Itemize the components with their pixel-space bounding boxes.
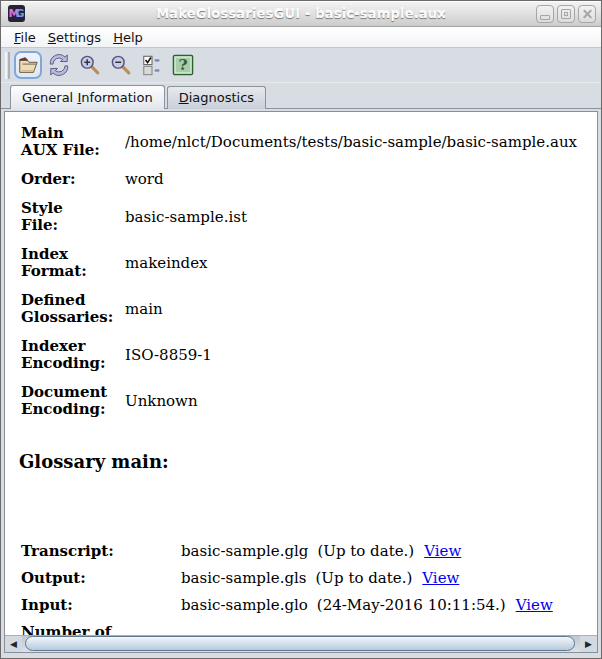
field-value: main: [125, 301, 163, 318]
toolbar: ?: [1, 48, 601, 83]
status-text: (24-May-2016 10:11:54.): [317, 596, 506, 614]
glossary-row-input: Input: basic-sample.glo (24-May-2016 10:…: [21, 596, 591, 614]
app-logo-g: G: [15, 8, 24, 19]
minimize-button[interactable]: [536, 5, 554, 23]
window-title: MakeGlossariesGUI - basic-sample.aux: [1, 6, 601, 21]
zoom-out-icon: [110, 54, 132, 76]
svg-text:?: ?: [178, 55, 187, 74]
info-row-indexer-encoding: Indexer Encoding: ISO-8859-1: [21, 338, 591, 372]
field-label: Document Encoding:: [21, 384, 105, 418]
info-row-defined-glossaries: Defined Glossaries: main: [21, 292, 591, 326]
field-value: /home/nlct/Documents/tests/basic-sample/…: [125, 134, 577, 151]
general-information-panel: Main AUX File: /home/nlct/Documents/test…: [4, 111, 598, 653]
field-value: ISO-8859-1: [125, 347, 212, 364]
scroll-left-button[interactable]: ◀: [5, 636, 22, 652]
tabstrip: General Information Diagnostics: [1, 83, 601, 109]
app-window: M G MakeGlossariesGUI - basic-sample.aux…: [0, 0, 602, 659]
field-label: Input:: [21, 596, 181, 614]
field-label: Indexer Encoding:: [21, 338, 105, 372]
zoom-in-button[interactable]: [76, 51, 104, 79]
glossary-row-entries: Number of Entries: 1 Details: [21, 623, 591, 635]
field-value: basic-sample.ist: [125, 209, 247, 226]
field-label: Order:: [21, 171, 105, 188]
open-folder-icon: [17, 54, 39, 76]
view-transcript-link[interactable]: View: [424, 542, 461, 560]
preferences-icon: [141, 54, 163, 76]
field-value: makeindex: [125, 255, 208, 272]
glossary-main-details: Transcript: basic-sample.glg (Up to date…: [19, 542, 591, 635]
info-row-document-encoding: Document Encoding: Unknown: [21, 384, 591, 418]
zoom-out-button[interactable]: [107, 51, 135, 79]
field-value: basic-sample.gls: [181, 569, 307, 587]
window-bottom-edge: [1, 653, 601, 658]
menubar: File Settings Help: [1, 27, 601, 48]
field-value: word: [125, 171, 164, 188]
status-text: (Up to date.): [317, 542, 414, 560]
field-label: Style File:: [21, 200, 105, 234]
tab-diagnostics[interactable]: Diagnostics: [167, 86, 266, 109]
menu-file[interactable]: File: [8, 29, 42, 46]
view-output-link[interactable]: View: [422, 569, 459, 587]
field-value: basic-sample.glo: [181, 596, 308, 614]
field-label: Index Format:: [21, 246, 105, 280]
info-row-order: Order: word: [21, 171, 591, 188]
glossary-row-transcript: Transcript: basic-sample.glg (Up to date…: [21, 542, 591, 560]
info-row-style-file: Style File: basic-sample.ist: [21, 200, 591, 234]
menu-help[interactable]: Help: [107, 29, 149, 46]
field-label: Defined Glossaries:: [21, 292, 105, 326]
content-viewport: Main AUX File: /home/nlct/Documents/test…: [5, 112, 597, 635]
info-row-main-aux-file: Main AUX File: /home/nlct/Documents/test…: [21, 125, 591, 159]
field-value: basic-sample.glg: [181, 542, 308, 560]
scrollbar-thumb[interactable]: [25, 636, 575, 651]
close-button[interactable]: [578, 5, 596, 23]
menu-settings[interactable]: Settings: [42, 29, 107, 46]
scrollbar-track[interactable]: [22, 636, 580, 652]
horizontal-scrollbar[interactable]: ◀ ▶: [5, 635, 597, 652]
help-icon: ?: [172, 54, 194, 76]
help-button[interactable]: ?: [169, 51, 197, 79]
view-input-link[interactable]: View: [516, 596, 553, 614]
status-text: (Up to date.): [316, 569, 413, 587]
zoom-in-icon: [79, 54, 101, 76]
glossary-main-heading: Glossary main:: [19, 452, 591, 472]
reload-button[interactable]: [45, 51, 73, 79]
glossary-row-output: Output: basic-sample.gls (Up to date.) V…: [21, 569, 591, 587]
field-label: Main AUX File:: [21, 125, 105, 159]
app-logo-icon: M G: [8, 5, 25, 22]
info-row-index-format: Index Format: makeindex: [21, 246, 591, 280]
field-label: Output:: [21, 569, 181, 587]
properties-button[interactable]: [138, 51, 166, 79]
tab-general-information[interactable]: General Information: [10, 85, 165, 109]
field-label: Transcript:: [21, 542, 181, 560]
field-value: Unknown: [125, 393, 198, 410]
refresh-icon: [48, 54, 70, 76]
titlebar[interactable]: M G MakeGlossariesGUI - basic-sample.aux: [1, 1, 601, 27]
scroll-right-button[interactable]: ▶: [580, 636, 597, 652]
open-file-button[interactable]: [14, 51, 42, 79]
toolbar-drag-handle[interactable]: [5, 52, 10, 79]
maximize-button[interactable]: [557, 5, 575, 23]
window-controls: [536, 5, 596, 23]
field-label: Number of Entries:: [21, 623, 181, 635]
